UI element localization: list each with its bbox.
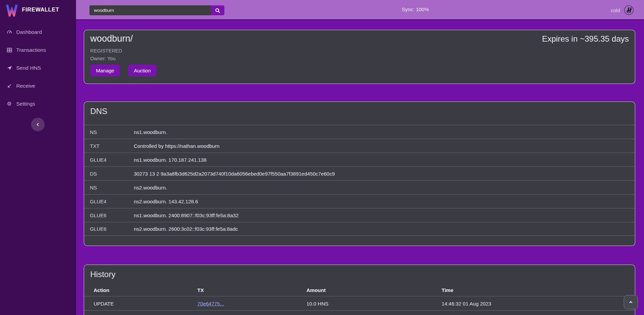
dns-record-type: GLUE6 bbox=[84, 212, 134, 218]
dns-record-value: ns2.woodburn. 2600:3c02::f03c:93ff:fe5a:… bbox=[134, 226, 238, 232]
sidebar-item-send-hns[interactable]: Send HNS bbox=[0, 59, 76, 77]
topbar: Sync: 100% cold bbox=[76, 0, 644, 20]
domain-status: REGISTERED bbox=[90, 48, 122, 53]
domain-name-title: woodburn/ bbox=[90, 33, 133, 44]
dns-record-row: GLUE6 ns2.woodburn. 2600:3c02::f03c:93ff… bbox=[84, 222, 635, 236]
sidebar-item-label: Settings bbox=[16, 101, 35, 107]
dns-record-row: GLUE4 ns2.woodburn. 143.42.128.6 bbox=[84, 194, 635, 208]
history-section-title: History bbox=[90, 270, 116, 279]
sidebar-nav: Dashboard Transactions Send HNS bbox=[0, 23, 76, 113]
dns-record-value: 30273 13 2 9a3a8fb3d625d2a2073d740f10da6… bbox=[134, 171, 335, 177]
chevron-up-icon bbox=[628, 299, 634, 305]
dns-record-value: ns1.woodburn. 170.187.241.138 bbox=[134, 157, 206, 163]
dns-record-row: GLUE6 ns1.woodburn. 2400:8907::f03c:93ff… bbox=[84, 208, 635, 222]
brand-header: FIREWALLET bbox=[0, 0, 76, 19]
main-content: woodburn/ REGISTERED Owner: You Manage A… bbox=[76, 20, 644, 315]
history-header-tx: TX bbox=[197, 287, 204, 293]
dns-record-value: ns1.woodburn. bbox=[134, 129, 167, 135]
search-input[interactable] bbox=[90, 5, 211, 15]
history-action: UPDATE bbox=[94, 300, 114, 306]
dns-record-row: GLUE4 ns1.woodburn. 170.187.241.138 bbox=[84, 153, 635, 166]
sidebar-item-settings[interactable]: ⚙ Settings bbox=[0, 95, 76, 113]
domain-actions: Manage Auction bbox=[90, 65, 156, 76]
domain-owner: Owner: You bbox=[90, 56, 116, 61]
search-button[interactable] bbox=[211, 5, 224, 15]
sidebar-item-receive[interactable]: Receive bbox=[0, 77, 76, 95]
gauge-icon bbox=[6, 29, 13, 35]
gear-icon: ⚙ bbox=[6, 100, 13, 107]
history-row: UPDATE 70e64775... 10.0 HNS 14:46:32 01 … bbox=[84, 296, 635, 310]
tx-link[interactable]: 70e64775... bbox=[197, 300, 224, 306]
history-table-header: Action TX Amount Time bbox=[84, 284, 635, 296]
sidebar-item-label: Receive bbox=[16, 83, 35, 89]
dns-record-row: TXT Controlled by https://nathan.woodbur… bbox=[84, 139, 635, 153]
sidebar-item-dashboard[interactable]: Dashboard bbox=[0, 23, 76, 41]
dns-record-type: GLUE4 bbox=[84, 157, 134, 163]
dns-record-type: NS bbox=[84, 129, 134, 135]
sidebar-item-label: Dashboard bbox=[16, 29, 42, 35]
dns-record-row: NS ns2.woodburn. bbox=[84, 180, 635, 194]
sidebar: FIREWALLET Dashboard Transactions bbox=[0, 0, 76, 315]
handshake-logo-icon bbox=[623, 4, 635, 16]
domain-expiry: Expires in ~395.35 days bbox=[542, 34, 629, 44]
dns-record-type: GLUE4 bbox=[84, 199, 134, 204]
history-row: RENEW 47e6f3d1... 10.0 HNS 15:47:30 05 J… bbox=[84, 310, 635, 315]
scroll-to-top-button[interactable] bbox=[624, 295, 638, 309]
history-time: 14:46:32 01 Aug 2023 bbox=[442, 300, 491, 306]
sync-status: Sync: 100% bbox=[402, 6, 429, 12]
history-header-time: Time bbox=[442, 287, 453, 293]
brand-name: FIREWALLET bbox=[22, 7, 59, 13]
history-header-amount: Amount bbox=[306, 287, 326, 293]
dns-card: DNS NS ns1.woodburn. TXT Controlled by h… bbox=[84, 102, 635, 246]
dns-record-value: ns1.woodburn. 2400:8907::f03c:93ff:fe5a:… bbox=[134, 212, 239, 218]
chevron-left-icon bbox=[35, 122, 41, 127]
dns-record-type: NS bbox=[84, 185, 134, 190]
dns-record-value: ns2.woodburn. bbox=[134, 185, 167, 190]
dns-record-row: NS ns1.woodburn. bbox=[84, 125, 635, 139]
dns-record-row: DS 30273 13 2 9a3a8fb3d625d2a2073d740f10… bbox=[84, 166, 635, 180]
dns-record-value: Controlled by https://nathan.woodburn bbox=[134, 143, 220, 149]
dns-table: NS ns1.woodburn. TXT Controlled by https… bbox=[84, 125, 635, 236]
sidebar-item-transactions[interactable]: Transactions bbox=[0, 41, 76, 59]
send-icon bbox=[6, 65, 13, 71]
history-header-action: Action bbox=[94, 287, 109, 293]
dns-record-type: DS bbox=[84, 171, 134, 177]
history-card: History Action TX Amount Time UPDATE 70e… bbox=[84, 265, 635, 315]
search-group bbox=[90, 5, 224, 15]
dns-record-type: GLUE6 bbox=[84, 226, 134, 232]
sidebar-collapse-button[interactable] bbox=[31, 118, 45, 131]
table-icon bbox=[6, 47, 13, 53]
history-amount: 10.0 HNS bbox=[306, 300, 328, 306]
sidebar-item-label: Send HNS bbox=[16, 65, 41, 71]
firewallet-w-logo-icon bbox=[5, 3, 19, 17]
manage-button[interactable]: Manage bbox=[90, 65, 120, 76]
wallet-group[interactable]: cold bbox=[611, 0, 635, 20]
dns-record-value: ns2.woodburn. 143.42.128.6 bbox=[134, 199, 198, 204]
auction-button[interactable]: Auction bbox=[128, 65, 156, 76]
sidebar-item-label: Transactions bbox=[16, 47, 46, 53]
dns-section-title: DNS bbox=[90, 107, 107, 116]
dns-record-type: TXT bbox=[84, 143, 134, 149]
receive-icon bbox=[6, 83, 13, 89]
search-icon bbox=[215, 7, 221, 14]
domain-card: woodburn/ REGISTERED Owner: You Manage A… bbox=[84, 30, 635, 84]
wallet-name: cold bbox=[611, 7, 620, 13]
